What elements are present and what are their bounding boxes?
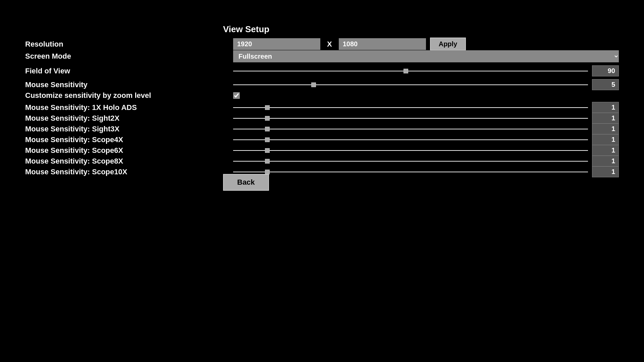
fov-value: 90 [592, 65, 619, 76]
zoom-sensitivity-thumb-6[interactable] [265, 170, 270, 174]
zoom-sensitivity-track-container-6 [233, 169, 588, 175]
zoom-sensitivity-thumb-5[interactable] [265, 159, 270, 164]
zoom-sensitivity-row-2: Mouse Sensitivity: Sight3X1 [25, 123, 619, 134]
zoom-sensitivity-value-1: 1 [592, 113, 619, 124]
resolution-label: Resolution [25, 40, 233, 49]
mouse-sensitivity-track [233, 84, 588, 85]
zoom-sensitivity-thumb-4[interactable] [265, 148, 270, 153]
zoom-sensitivity-track-3 [233, 139, 588, 140]
zoom-sensitivity-track-container-1 [233, 115, 588, 122]
zoom-sensitivity-thumb-3[interactable] [265, 137, 270, 142]
resolution-row: Resolution X Apply [25, 38, 619, 51]
fov-slider-track [233, 68, 588, 74]
zoom-sensitivity-row-0: Mouse Sensitivity: 1X Holo ADS1 [25, 102, 619, 113]
customize-zoom-label: Customize sensitivity by zoom level [25, 91, 233, 100]
fov-track [233, 71, 588, 71]
zoom-sensitivity-label-6: Mouse Sensitivity: Scope10X [25, 168, 233, 176]
zoom-sensitivity-value-3: 1 [592, 134, 619, 145]
mouse-sensitivity-label: Mouse Sensitivity [25, 80, 233, 89]
mouse-sensitivity-row: Mouse Sensitivity 5 [25, 79, 619, 90]
fov-label: Field of View [25, 67, 233, 75]
zoom-sensitivity-row-3: Mouse Sensitivity: Scope4X1 [25, 134, 619, 145]
zoom-sensitivity-track-4 [233, 150, 588, 151]
resolution-height-input[interactable] [339, 38, 426, 50]
mouse-sensitivity-value: 5 [592, 79, 619, 90]
customize-zoom-checkbox[interactable] [233, 92, 240, 99]
mouse-sensitivity-slider-track [233, 81, 588, 88]
resolution-separator: X [327, 40, 332, 49]
zoom-sensitivity-label-1: Mouse Sensitivity: Sight2X [25, 114, 233, 123]
zoom-sensitivity-label-4: Mouse Sensitivity: Scope6X [25, 146, 233, 155]
back-button[interactable]: Back [223, 174, 269, 191]
zoom-sensitivity-value-5: 1 [592, 156, 619, 167]
zoom-sensitivity-thumb-2[interactable] [265, 127, 270, 131]
resolution-width-input[interactable] [233, 38, 320, 50]
fov-row: Field of View 90 [25, 65, 619, 76]
zoom-sensitivity-track-container-2 [233, 126, 588, 132]
zoom-sensitivity-value-6: 1 [592, 166, 619, 177]
zoom-sensitivity-row-4: Mouse Sensitivity: Scope6X1 [25, 145, 619, 156]
zoom-sensitivity-thumb-1[interactable] [265, 116, 270, 121]
zoom-sensitivity-track-container-3 [233, 136, 588, 143]
zoom-sensitivity-track-container-4 [233, 147, 588, 154]
zoom-sensitivity-value-0: 1 [592, 102, 619, 113]
customize-zoom-row: Customize sensitivity by zoom level [25, 91, 619, 100]
zoom-sensitivity-thumb-0[interactable] [265, 105, 270, 110]
zoom-sensitivity-value-4: 1 [592, 145, 619, 156]
zoom-sensitivity-row-5: Mouse Sensitivity: Scope8X1 [25, 156, 619, 167]
apply-button[interactable]: Apply [430, 38, 466, 51]
screen-mode-select[interactable]: Fullscreen Windowed Borderless [233, 50, 619, 62]
view-setup-title: View Setup [223, 24, 269, 35]
zoom-sensitivity-track-container-5 [233, 158, 588, 165]
zoom-sensitivity-track-1 [233, 118, 588, 119]
zoom-sensitivity-label-0: Mouse Sensitivity: 1X Holo ADS [25, 103, 233, 112]
mouse-sensitivity-thumb[interactable] [311, 82, 316, 87]
zoom-sensitivity-track-container-0 [233, 104, 588, 111]
screen-mode-label: Screen Mode [25, 52, 233, 61]
zoom-sensitivity-row-1: Mouse Sensitivity: Sight2X1 [25, 113, 619, 124]
fov-thumb[interactable] [404, 69, 408, 73]
zoom-sensitivity-row-6: Mouse Sensitivity: Scope10X1 [25, 166, 619, 177]
zoom-sensitivity-label-5: Mouse Sensitivity: Scope8X [25, 157, 233, 166]
zoom-sensitivity-track-6 [233, 172, 588, 172]
zoom-sensitivity-label-3: Mouse Sensitivity: Scope4X [25, 135, 233, 144]
zoom-sensitivity-track-2 [233, 129, 588, 129]
zoom-sensitivity-value-2: 1 [592, 123, 619, 134]
zoom-sensitivity-label-2: Mouse Sensitivity: Sight3X [25, 125, 233, 133]
screen-mode-row: Screen Mode Fullscreen Windowed Borderle… [25, 50, 619, 62]
zoom-sensitivity-track-0 [233, 107, 588, 108]
zoom-sensitivity-track-5 [233, 161, 588, 162]
